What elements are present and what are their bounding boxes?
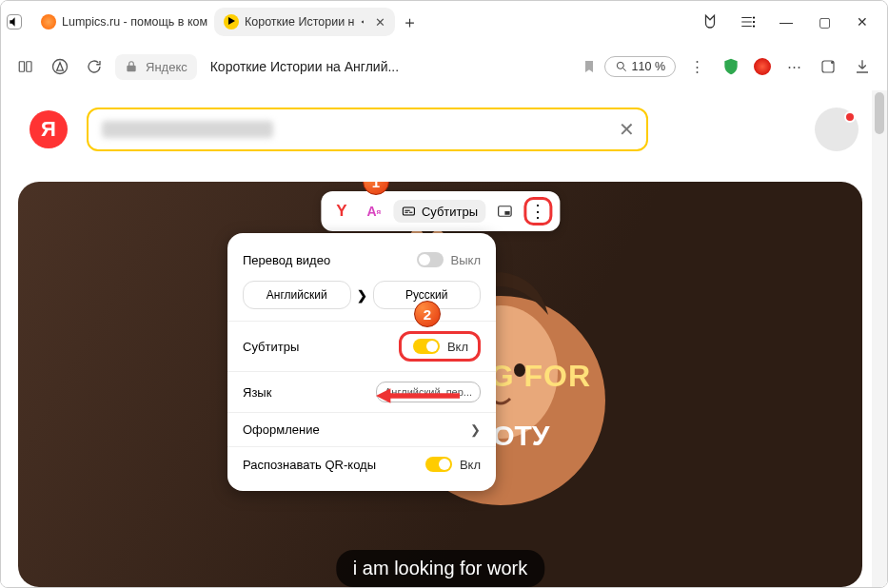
panel-label: Перевод видео bbox=[243, 253, 330, 267]
clear-icon[interactable]: ✕ bbox=[619, 118, 635, 141]
scrollbar[interactable] bbox=[872, 90, 887, 587]
translate-toggle[interactable] bbox=[417, 252, 444, 267]
browser-titlebar: Lumpics.ru - помощь в ком ✕ Короткие Ист… bbox=[1, 1, 887, 43]
toggle-state: Выкл bbox=[451, 253, 481, 267]
svg-point-1 bbox=[753, 21, 755, 23]
subtitles-label: Субтитры bbox=[422, 205, 478, 219]
svg-rect-3 bbox=[19, 62, 24, 72]
close-button[interactable]: ✕ bbox=[843, 8, 881, 36]
video-settings-panel: Перевод видео Выкл Английский ❯ Русский … bbox=[227, 233, 496, 491]
tab-title: Lumpics.ru - помощь в ком bbox=[62, 15, 207, 29]
panel-label: Оформление bbox=[243, 422, 320, 437]
tab-overview-button[interactable] bbox=[12, 53, 39, 80]
svg-point-8 bbox=[831, 61, 834, 64]
search-input[interactable]: ✕ bbox=[87, 108, 648, 151]
lock-icon bbox=[125, 60, 138, 73]
shield-icon[interactable] bbox=[718, 53, 744, 80]
favicon-lumpics bbox=[41, 14, 56, 29]
panel-label: Язык bbox=[243, 385, 271, 400]
browser-toolbar: Яндекс Короткие Истории на Англий... 110… bbox=[1, 43, 887, 90]
subtitle-bubble: i am looking for work bbox=[336, 550, 544, 587]
red-arrow-annotation bbox=[375, 385, 461, 406]
close-icon[interactable]: ✕ bbox=[375, 15, 385, 29]
address-host: Яндекс bbox=[146, 60, 187, 74]
yandex-search-row: Я ✕ bbox=[1, 90, 887, 168]
toggle-state: Вкл bbox=[460, 458, 481, 472]
zoom-icon bbox=[615, 60, 628, 73]
panel-row-qr: Распознавать QR-коды Вкл bbox=[227, 446, 496, 481]
panel-language-pair: Английский ❯ Русский bbox=[227, 277, 496, 321]
page-title: Короткие Истории на Англий... bbox=[210, 59, 399, 74]
panel-label: Распознавать QR-коды bbox=[243, 458, 376, 472]
svg-point-2 bbox=[753, 25, 755, 27]
address-bar[interactable]: Яндекс bbox=[115, 54, 197, 80]
svg-rect-13 bbox=[403, 207, 414, 215]
avatar[interactable] bbox=[815, 108, 858, 151]
subtitles-toggle[interactable] bbox=[413, 339, 440, 354]
volume-icon bbox=[361, 13, 365, 30]
sidebar-icon[interactable] bbox=[691, 8, 729, 36]
volume-icon bbox=[8, 13, 21, 30]
yandex-translate-icon[interactable]: Y bbox=[328, 198, 355, 225]
alice-icon[interactable] bbox=[47, 53, 73, 80]
opera-icon[interactable] bbox=[752, 56, 773, 77]
panel-row-translate: Перевод видео Выкл bbox=[227, 243, 496, 277]
bookmark-icon[interactable] bbox=[582, 59, 597, 74]
panel-row-subtitles: Субтитры Вкл 2 bbox=[227, 321, 496, 371]
minimize-button[interactable]: ― bbox=[767, 8, 805, 36]
kebab-icon: ⋮ bbox=[529, 203, 546, 220]
settings-icon[interactable] bbox=[729, 8, 767, 36]
chevron-right-icon: ❯ bbox=[470, 422, 481, 437]
svg-rect-4 bbox=[27, 62, 31, 72]
yandex-logo[interactable]: Я bbox=[30, 110, 68, 148]
tab-short-stories[interactable]: Короткие Истории н ✕ bbox=[214, 8, 395, 36]
translate-text-icon[interactable]: Aя bbox=[361, 198, 387, 225]
download-icon[interactable] bbox=[849, 53, 876, 80]
page-content: Я ✕ I AM LOOKING FOR Я ИЩУ РАБОТУ i am l… bbox=[1, 90, 887, 587]
more-icon[interactable]: ⋯ bbox=[780, 53, 807, 80]
qr-toggle[interactable] bbox=[425, 457, 452, 472]
panel-row-style[interactable]: Оформление ❯ bbox=[227, 412, 496, 446]
panel-label: Субтитры bbox=[243, 340, 299, 354]
video-player[interactable]: I AM LOOKING FOR Я ИЩУ РАБОТУ i am looki… bbox=[18, 182, 862, 587]
subtitles-toggle-highlight: Вкл bbox=[399, 331, 481, 362]
search-query-blurred bbox=[102, 121, 273, 138]
refresh-button[interactable] bbox=[81, 53, 108, 80]
svg-point-0 bbox=[753, 16, 755, 18]
lang-from-button[interactable]: Английский bbox=[243, 281, 351, 309]
svg-marker-17 bbox=[376, 388, 390, 402]
subtitles-button[interactable]: Субтитры bbox=[393, 200, 485, 223]
callout-2: 2 bbox=[414, 301, 441, 327]
tab-lumpics[interactable]: Lumpics.ru - помощь в ком ✕ bbox=[31, 9, 212, 35]
favicon-video bbox=[224, 14, 239, 29]
svg-point-6 bbox=[617, 62, 623, 69]
arrow-right-icon: ❯ bbox=[357, 288, 367, 303]
extensions-icon[interactable] bbox=[815, 53, 841, 80]
sound-icon[interactable] bbox=[7, 14, 22, 29]
toggle-state: Вкл bbox=[447, 340, 468, 354]
zoom-label: 110 % bbox=[632, 60, 665, 73]
kebab-icon[interactable]: ⋮ bbox=[683, 53, 710, 80]
zoom-indicator[interactable]: 110 % bbox=[604, 56, 676, 77]
pip-icon[interactable] bbox=[491, 198, 518, 225]
svg-rect-15 bbox=[504, 211, 509, 215]
cc-icon bbox=[401, 204, 416, 219]
new-tab-button[interactable]: ＋ bbox=[397, 10, 422, 34]
maximize-button[interactable]: ▢ bbox=[805, 8, 843, 36]
video-more-button[interactable]: ⋮ bbox=[523, 197, 552, 225]
video-translate-toolbar: Y Aя Субтитры ⋮ bbox=[321, 191, 560, 231]
tab-title: Короткие Истории н bbox=[245, 15, 355, 29]
